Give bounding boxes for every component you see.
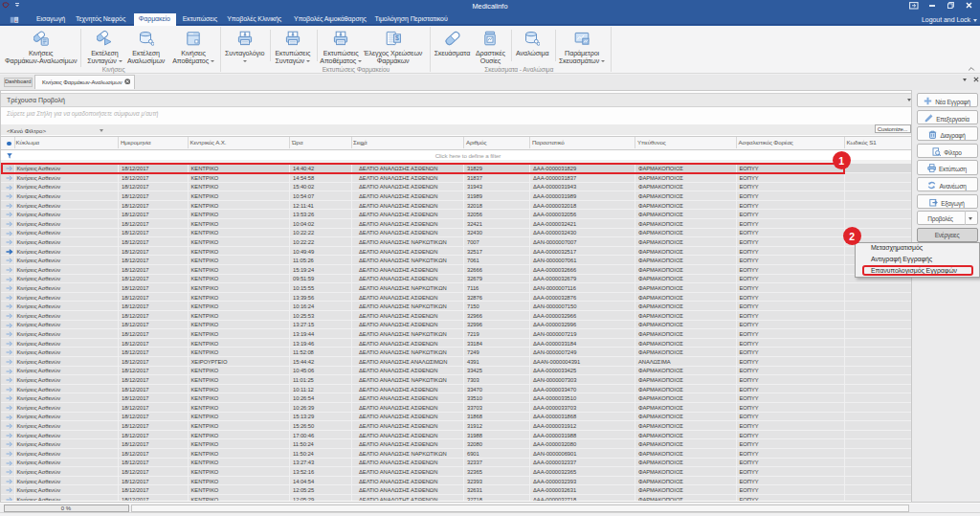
svg-text:$: $: [395, 34, 399, 41]
